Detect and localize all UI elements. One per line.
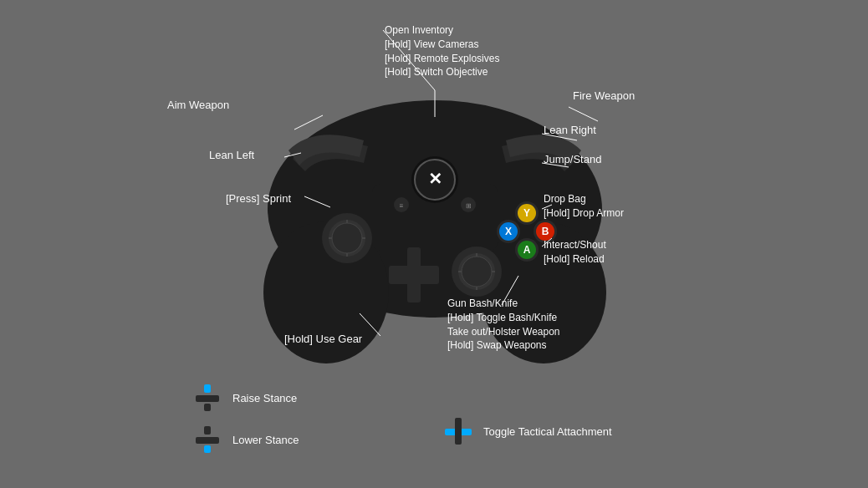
diagram-container: ✕ ≡ ⊞ Y X B	[0, 0, 868, 488]
svg-rect-49	[204, 404, 211, 411]
svg-point-15	[332, 223, 362, 253]
jump-stand-label: Jump/Stand	[544, 153, 601, 165]
svg-text:Y: Y	[523, 207, 530, 219]
drop-bag-group: Drop Bag [Hold] Drop Armor	[544, 192, 624, 221]
svg-text:A: A	[523, 244, 531, 256]
svg-text:✕: ✕	[428, 170, 442, 188]
gun-bash-label: Gun Bash/Knife	[447, 297, 560, 311]
gun-bash-group: Gun Bash/Knife [Hold] Toggle Bash/Knife …	[447, 297, 560, 353]
aim-weapon-label: Aim Weapon	[167, 99, 229, 111]
drop-bag-label: Drop Bag	[544, 192, 624, 206]
press-sprint-label: [Press] Sprint	[226, 192, 291, 205]
hold-switch-objective-label: [Hold] Switch Objective	[385, 65, 499, 79]
svg-rect-47	[196, 395, 219, 402]
hold-drop-armor-label: [Hold] Drop Armor	[544, 206, 624, 221]
raise-stance-group: Raise Stance	[192, 383, 297, 413]
hold-view-cameras-label: [Hold] View Cameras	[385, 38, 499, 52]
lower-stance-icon	[192, 424, 222, 455]
lean-right-label: Lean Right	[544, 124, 596, 136]
interact-group: Interact/Shout [Hold] Reload	[544, 238, 606, 267]
svg-rect-48	[204, 384, 211, 393]
top-labels: Open Inventory [Hold] View Cameras [Hold…	[385, 23, 499, 79]
interact-shout-label: Interact/Shout	[544, 238, 606, 252]
svg-text:X: X	[505, 226, 512, 237]
svg-text:≡: ≡	[400, 202, 404, 210]
svg-point-20	[462, 257, 492, 287]
raise-stance-label: Raise Stance	[232, 392, 297, 404]
open-inventory-label: Open Inventory	[385, 23, 499, 38]
svg-text:B: B	[542, 226, 549, 237]
lower-stance-group: Lower Stance	[192, 424, 299, 455]
hold-swap-label: [Hold] Swap Weapons	[447, 338, 560, 353]
lower-stance-label: Lower Stance	[232, 434, 299, 446]
hold-remote-explosives-label: [Hold] Remote Explosives	[385, 52, 499, 66]
toggle-tactical-icon	[443, 416, 473, 446]
fire-weapon-label: Fire Weapon	[573, 89, 635, 102]
svg-rect-22	[407, 247, 421, 302]
svg-rect-52	[204, 445, 211, 453]
svg-rect-50	[196, 437, 219, 444]
hold-reload-label: [Hold] Reload	[544, 252, 606, 267]
svg-rect-51	[204, 426, 211, 435]
hold-use-gear-label: [Hold] Use Gear	[284, 333, 362, 345]
toggle-tactical-group: Toggle Tactical Attachment	[443, 416, 612, 446]
take-out-label: Take out/Holster Weapon	[447, 325, 560, 339]
raise-stance-icon	[192, 383, 222, 413]
lean-left-label: Lean Left	[209, 149, 254, 161]
svg-text:⊞: ⊞	[466, 202, 472, 210]
hold-toggle-label: [Hold] Toggle Bash/Knife	[447, 311, 560, 325]
svg-rect-54	[455, 418, 462, 445]
toggle-tactical-label: Toggle Tactical Attachment	[483, 425, 612, 438]
